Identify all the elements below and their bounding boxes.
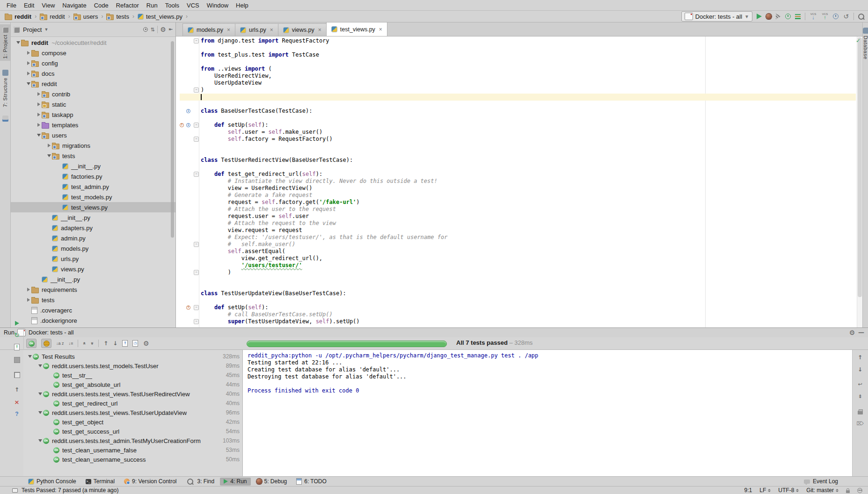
expand-arrow-icon[interactable] — [26, 298, 31, 302]
expand-arrow-icon[interactable] — [26, 61, 31, 65]
collapse-arrow-icon[interactable] — [36, 134, 42, 137]
caret-position-widget[interactable]: 9:1 — [744, 487, 752, 494]
tree-item-contrib[interactable]: contrib — [11, 89, 175, 99]
sidebar-item-hierarchy[interactable] — [0, 113, 10, 124]
tree-item-factories-py[interactable]: factories.py — [11, 171, 175, 182]
tree-item-compose[interactable]: compose — [11, 48, 175, 58]
gear-icon[interactable]: ⚙ — [160, 26, 167, 33]
fold-marker-icon[interactable]: − — [194, 87, 199, 93]
tree-item-templates[interactable]: templates — [11, 120, 175, 130]
search-everywhere-button[interactable] — [858, 14, 864, 20]
expand-arrow-icon[interactable] — [26, 51, 31, 55]
toolwindow-button-python-console[interactable]: Python Console — [24, 478, 80, 486]
tab-views-py[interactable]: views.py× — [278, 23, 327, 36]
test-row-reddit-users-tests-test_models-TestUser[interactable]: reddit.users.tests.test_models.TestUser8… — [23, 361, 242, 370]
scroll-to-end-button[interactable]: ⇟ — [855, 392, 865, 401]
test-row-test_get_redirect_url[interactable]: test_get_redirect_url40ms — [23, 399, 242, 408]
show-passed-toggle[interactable] — [26, 339, 36, 348]
tree-item-tests[interactable]: tests — [11, 295, 175, 305]
tree-item-migrations[interactable]: migrations — [11, 140, 175, 151]
project-tree-scrollbar[interactable] — [171, 41, 174, 238]
concurrency-diagram-button[interactable] — [795, 14, 801, 19]
tree-item-reddit[interactable]: reddit — [11, 79, 175, 89]
print-button[interactable] — [855, 407, 865, 416]
tree-item-__init__-py[interactable]: __init__.py — [11, 274, 175, 284]
code-editor[interactable]: from django.test import RequestFactoryfr… — [176, 36, 862, 327]
menu-edit[interactable]: Edit — [20, 1, 38, 10]
tree-item-admin-py[interactable]: admin.py — [11, 233, 175, 243]
tree-item-tests[interactable]: tests — [11, 151, 175, 161]
local-history-button[interactable] — [833, 14, 839, 19]
run-test-up-icon[interactable]: ↑ — [180, 123, 184, 127]
rerun-button[interactable] — [12, 319, 22, 328]
tree-item--coveragerc[interactable]: .coveragerc — [11, 305, 175, 315]
previous-failed-test-button[interactable]: ↑ — [103, 341, 108, 347]
test-row-test_get_object[interactable]: test_get_object42ms — [23, 417, 242, 427]
tree-item-test_views-py[interactable]: test_views.py — [11, 202, 175, 212]
close-tab-icon[interactable]: × — [318, 27, 321, 33]
run-button[interactable] — [757, 14, 762, 19]
fold-marker-icon[interactable]: − — [194, 172, 199, 177]
menu-vcs[interactable]: VCS — [183, 1, 203, 10]
test-row-test_get_success_url[interactable]: test_get_success_url54ms — [23, 427, 242, 436]
menu-refactor[interactable]: Refactor — [112, 1, 143, 10]
sort-alphabetically-button[interactable]: ↓a z — [56, 341, 64, 347]
run-test-down-icon[interactable]: ↓ — [186, 109, 190, 113]
collapse-arrow-icon[interactable] — [15, 41, 21, 44]
vcs-branch-widget[interactable]: Git: master — [806, 487, 839, 494]
tree-item--dockerignore[interactable]: .dockerignore — [11, 315, 175, 326]
show-ignored-toggle[interactable] — [41, 339, 51, 348]
test-row-Test-Results[interactable]: Test Results328ms — [23, 352, 242, 361]
menu-tools[interactable]: Tools — [161, 1, 183, 10]
collapse-arrow-icon[interactable] — [26, 82, 31, 85]
fold-marker-icon[interactable]: − — [194, 319, 199, 324]
line-ending-widget[interactable]: LF — [759, 487, 771, 494]
lock-icon[interactable] — [846, 490, 850, 493]
test-row-reddit-users-tests-test_views-TestUserUp[interactable]: reddit.users.tests.test_views.TestUserUp… — [23, 408, 242, 417]
breadcrumb-item-test_views-py[interactable]: test_views.py — [137, 13, 183, 21]
help-button[interactable]: ? — [12, 409, 22, 419]
menu-navigate[interactable]: Navigate — [58, 1, 90, 10]
fold-marker-icon[interactable]: − — [194, 123, 199, 128]
collapse-arrow-icon[interactable] — [37, 392, 43, 395]
tree-item-test_admin-py[interactable]: test_admin.py — [11, 182, 175, 192]
expand-arrow-icon[interactable] — [36, 113, 42, 116]
next-failed-test-button[interactable]: ↓ — [113, 341, 117, 347]
profiler-button[interactable] — [785, 14, 791, 19]
test-history-button[interactable]: ◷ — [132, 340, 138, 347]
tree-item-taskapp[interactable]: taskapp — [11, 109, 175, 120]
breadcrumb-item-users[interactable]: users — [73, 13, 99, 21]
close-tab-icon[interactable]: × — [270, 27, 273, 33]
menu-help[interactable]: Help — [232, 1, 252, 10]
menu-window[interactable]: Window — [203, 1, 232, 10]
menu-file[interactable]: File — [3, 1, 20, 10]
menu-run[interactable]: Run — [143, 1, 161, 10]
toolwindow-button-debug[interactable]: 5: Debug — [253, 478, 291, 486]
import-test-results-button[interactable]: ↑ — [122, 340, 128, 347]
collapse-arrow-icon[interactable] — [37, 364, 43, 367]
sidebar-item-project[interactable]: 1: Project — [0, 24, 10, 61]
rerun-failed-tests-button[interactable]: ↻ — [12, 330, 22, 340]
expand-arrow-icon[interactable] — [26, 288, 31, 291]
expand-arrow-icon[interactable] — [36, 92, 42, 96]
vcs-commit-button[interactable]: VCS↑ — [821, 13, 829, 20]
hide-run-panel-button[interactable]: — — [858, 330, 864, 335]
fold-marker-icon[interactable]: − — [194, 137, 199, 142]
event-log-button[interactable]: Event Log — [813, 478, 838, 485]
toolwindow-button-find[interactable]: 3: Find — [182, 478, 218, 486]
encoding-widget[interactable]: UTF-8 — [778, 487, 799, 494]
scroll-down-button[interactable]: ↓ — [855, 365, 865, 374]
fold-marker-icon[interactable]: − — [194, 270, 199, 275]
breadcrumb-item-reddit[interactable]: reddit — [39, 13, 66, 21]
menu-view[interactable]: View — [38, 1, 58, 10]
collapse-all-button[interactable]: ⇅ — [150, 27, 154, 32]
tree-item-urls-py[interactable]: urls.py — [11, 254, 175, 264]
tree-item-views-py[interactable]: views.py — [11, 264, 175, 274]
test-row-test_clean_username_success[interactable]: test_clean_username_success50ms — [23, 455, 242, 464]
toolwindow-button-todo[interactable]: 6: TODO — [292, 478, 330, 486]
collapse-arrow-icon[interactable] — [37, 439, 43, 442]
undo-button[interactable]: ↺ — [843, 13, 849, 20]
vcs-update-button[interactable]: VCS↓ — [810, 13, 817, 20]
soft-wrap-button[interactable]: ↩ — [855, 380, 865, 389]
test-row-test_get_absolute_url[interactable]: test_get_absolute_url44ms — [23, 380, 242, 389]
